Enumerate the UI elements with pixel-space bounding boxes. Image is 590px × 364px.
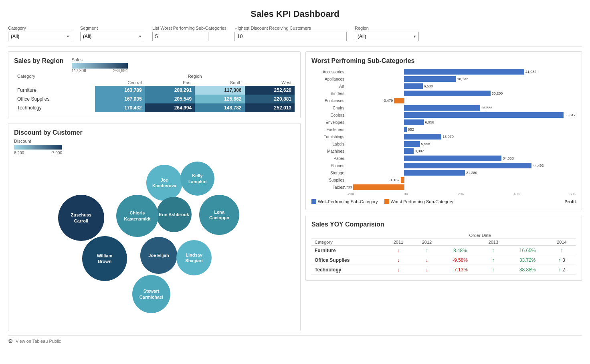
arrow-down-icon: ↓ <box>397 267 400 273</box>
bar-value: 30,200 <box>492 91 503 95</box>
bar-row: Appliances18,132 <box>311 76 576 82</box>
bar-area: 6,530 <box>347 83 576 89</box>
filters-bar: Category (All)FurnitureOffice SuppliesTe… <box>8 23 582 47</box>
bar-row: Supplies-1,187 <box>311 177 576 183</box>
segment-select[interactable]: (All)ConsumerCorporateHome Office <box>80 32 144 41</box>
zero-line <box>404 184 404 190</box>
tableau-link[interactable]: View on Tableau Public <box>16 339 61 344</box>
positive-bar <box>404 170 465 176</box>
bar-label: Machines <box>311 149 347 154</box>
legend-worst-label: Worst Performing Sub-Category <box>391 199 453 204</box>
bar-value: -17,733 <box>340 185 352 189</box>
bar-row: Paper34,053 <box>311 155 576 162</box>
bar-label: Storage <box>311 171 347 175</box>
bubble-stewart-carmichael[interactable]: StewartCarmichael <box>132 275 170 313</box>
yoy-technology-2013-arrow: ↑ <box>479 265 507 275</box>
category-filter-group: Category (All)FurnitureOffice SuppliesTe… <box>8 26 72 41</box>
bar-row: Bookcases-3,479 <box>311 97 576 104</box>
yoy-col-category: Category <box>311 239 384 246</box>
positive-bar <box>404 83 423 89</box>
sales-legend-max: 264,994 <box>113 69 127 73</box>
arrow-up-icon: ↑ <box>560 247 563 253</box>
main-content: Sales by Region Sales 117,306 264,994 Ca… <box>8 51 582 331</box>
officesupplies-west: 220,881 <box>245 95 295 103</box>
yoy-officesupplies-2013-val: 33.72% <box>507 255 548 265</box>
furniture-south: 117,306 <box>195 86 244 95</box>
positive-bar <box>404 156 501 161</box>
zero-line <box>404 177 404 183</box>
yoy-officesupplies-2013-arrow: ↑ <box>479 255 507 265</box>
yoy-technology-2013-val: 38.88% <box>507 265 548 275</box>
sales-by-region-title: Sales by Region <box>14 57 64 65</box>
bubble-joe-elijah[interactable]: Joe Elijah <box>140 237 177 274</box>
yoy-technology-2014-arrow: ↑ 2 <box>548 265 576 275</box>
legend-well-label: Well-Perfroming Sub-Category <box>318 199 378 204</box>
bar-value: 34,053 <box>503 156 514 160</box>
bar-row: Envelopes6,956 <box>311 119 576 125</box>
discount-by-customer-title: Discount by Customer <box>14 129 295 136</box>
tableau-icon: ⚙ <box>8 338 13 344</box>
highest-discount-input[interactable] <box>234 32 347 41</box>
bar-area: 26,586 <box>347 105 576 111</box>
arrow-down-icon: ↓ <box>397 247 400 253</box>
region-table: Category Region Central East South West <box>14 73 295 112</box>
bar-row: Art6,530 <box>311 83 576 89</box>
region-select[interactable]: (All)CentralEastSouthWest <box>355 32 419 41</box>
discount-color-bar <box>14 145 62 150</box>
worst-sub-filter-group: List Worst Performing Sub-Categories <box>152 26 226 41</box>
bar-area: 21,280 <box>347 170 576 176</box>
bar-row: Storage21,280 <box>311 170 576 176</box>
sales-legend-label: Sales <box>72 57 128 62</box>
bar-label: Furnishings <box>311 135 347 139</box>
highest-discount-filter-group: Highest Discount Receiving Customers <box>234 26 347 41</box>
sales-legend-min: 117,306 <box>72 69 86 73</box>
table-row: Furniture ↓ ↑ 8.48% ↑ 16.65% ↑ <box>311 246 576 255</box>
category-select[interactable]: (All)FurnitureOffice SuppliesTechnology <box>8 32 72 41</box>
furniture-central: 163,789 <box>95 86 145 95</box>
positive-bar <box>404 91 491 96</box>
bubble-william-brown[interactable]: WilliamBrown <box>82 236 127 281</box>
dashboard-title: Sales KPI Dashboard <box>8 4 582 23</box>
bubble-erin-ashbrook[interactable]: Erin Ashbrook <box>156 197 192 232</box>
segment-filter-group: Segment (All)ConsumerCorporateHome Offic… <box>80 26 144 41</box>
bar-area: 41,932 <box>347 69 576 75</box>
discount-min: 6.200 <box>14 151 24 155</box>
category-select-wrapper[interactable]: (All)FurnitureOffice SuppliesTechnology <box>8 32 72 41</box>
region-th-south: South <box>195 79 244 86</box>
bar-row: Chairs26,586 <box>311 105 576 111</box>
bubble-joe-kamberova[interactable]: JoeKamberova <box>146 165 182 201</box>
footer: ⚙ View on Tableau Public <box>8 335 582 344</box>
sales-legend-range: 117,306 264,994 <box>72 69 128 73</box>
region-th-blank <box>14 79 95 86</box>
officesupplies-east: 205,549 <box>145 95 195 103</box>
bar-chart-dynamic: Accessories41,932Appliances18,132Art6,53… <box>311 69 576 196</box>
bar-label: Paper <box>311 156 347 161</box>
bubble-chloris-kastensmidt[interactable]: ChlorisKastensmidt <box>116 195 158 237</box>
negative-bar <box>401 177 404 183</box>
positive-bar <box>404 148 414 154</box>
region-select-wrapper[interactable]: (All)CentralEastSouthWest <box>355 32 419 41</box>
arrow-down-icon: ↓ <box>426 257 428 263</box>
left-panel: Sales by Region Sales 117,306 264,994 Ca… <box>8 51 301 331</box>
bubble-zuschuss-carroll[interactable]: ZuschussCarroll <box>58 195 104 241</box>
bar-label: Binders <box>311 91 347 96</box>
sales-by-region-card: Sales by Region Sales 117,306 264,994 Ca… <box>8 51 301 118</box>
sales-legend: Sales 117,306 264,994 <box>72 57 128 73</box>
segment-select-wrapper[interactable]: (All)ConsumerCorporateHome Office <box>80 32 144 41</box>
region-th-west: West <box>245 79 295 86</box>
technology-west: 252,013 <box>245 103 295 112</box>
yoy-col-2012-val <box>441 239 479 246</box>
region-header: Region <box>95 73 295 79</box>
category-filter-label: Category <box>8 26 72 30</box>
bubble-kelly-lampkin[interactable]: KellyLampkin <box>180 162 214 196</box>
bubble-lindsay-shagiari[interactable]: LindsayShagiari <box>176 240 212 275</box>
bubble-lena-cacioppo[interactable]: LenaCacioppo <box>199 195 239 235</box>
bar-label: Supplies <box>311 178 347 182</box>
region-th-east: East <box>145 79 195 86</box>
negative-bar <box>353 184 404 190</box>
bar-value: 21,280 <box>466 171 477 175</box>
row-technology-label: Technology <box>14 103 95 112</box>
worst-sub-input[interactable] <box>152 32 208 41</box>
bar-area: 30,200 <box>347 91 576 96</box>
technology-east: 264,994 <box>145 103 195 112</box>
